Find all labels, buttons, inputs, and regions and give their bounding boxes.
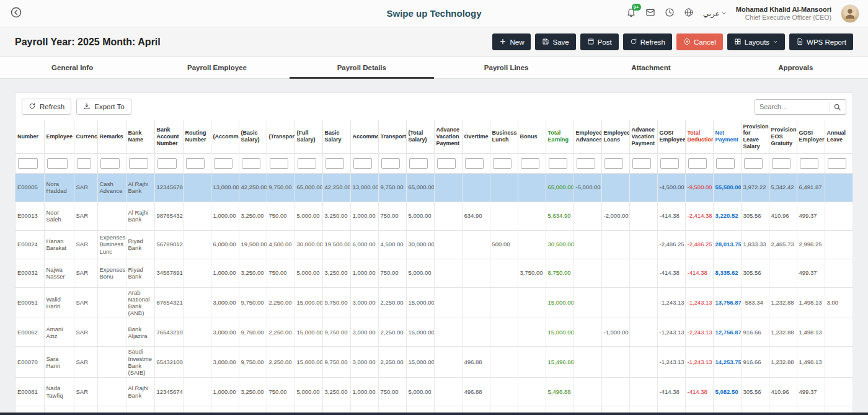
notifications-button[interactable]: 9+ xyxy=(626,7,636,20)
grid-refresh-button[interactable]: Refresh xyxy=(22,99,71,115)
column-filter-input[interactable] xyxy=(493,158,512,169)
tab-payroll-lines[interactable]: Payroll Lines xyxy=(434,57,578,78)
language-globe-button[interactable] xyxy=(684,7,694,20)
column-header[interactable]: Total Earning xyxy=(546,120,574,153)
table-row[interactable]: E00081Nada TawfiqSARAl Rajhi Bank1234567… xyxy=(16,378,852,406)
post-button-label: Post xyxy=(598,38,612,46)
wps-report-button[interactable]: WPS Report xyxy=(789,33,853,50)
column-header[interactable]: Overtime xyxy=(462,120,490,153)
column-filter-input[interactable] xyxy=(242,158,260,169)
column-filter-input[interactable] xyxy=(100,158,120,169)
user-info[interactable]: Mohamad Khalid Al-Mansoori Chief Executi… xyxy=(736,5,831,22)
column-filter-input[interactable] xyxy=(129,158,148,169)
column-header[interactable]: Employee Loans xyxy=(601,120,629,153)
column-filter-input[interactable] xyxy=(157,158,177,169)
column-header[interactable]: Annual Leave xyxy=(825,120,852,153)
table-cell: -414.38 xyxy=(685,259,713,287)
column-header[interactable]: (Total Salary) xyxy=(406,120,434,153)
tab-approvals[interactable]: Approvals xyxy=(724,57,868,78)
column-header[interactable]: Number xyxy=(16,120,44,153)
column-header[interactable]: GOSI Employer xyxy=(797,120,825,153)
post-button[interactable]: Post xyxy=(580,33,619,50)
column-header[interactable]: Business Lunch xyxy=(490,120,518,153)
column-header[interactable]: Bank Name xyxy=(126,120,154,153)
column-filter-input[interactable] xyxy=(632,158,651,169)
table-cell: Expenses Bonu xyxy=(97,259,126,287)
column-filter-input[interactable] xyxy=(77,158,91,169)
column-filter-input[interactable] xyxy=(270,158,288,169)
table-cell: E00024 xyxy=(16,230,44,259)
column-filter-input[interactable] xyxy=(549,158,567,169)
column-header[interactable]: (Basic Salary) xyxy=(239,120,267,153)
cancel-button[interactable]: Cancel xyxy=(676,33,723,50)
tab-payroll-details[interactable]: Payroll Details xyxy=(290,57,434,78)
table-cell xyxy=(574,318,601,347)
column-header[interactable]: Provision for Leave Salary xyxy=(741,120,769,153)
column-filter-input[interactable] xyxy=(800,158,818,169)
column-filter-input[interactable] xyxy=(577,158,595,169)
search-icon[interactable] xyxy=(833,103,841,111)
table-row[interactable]: E00062Amani AzizSARBank Aljazira76543210… xyxy=(16,318,852,347)
column-header[interactable]: (Accommod xyxy=(211,120,239,153)
column-header[interactable]: Total Deduction xyxy=(685,120,713,153)
refresh-button[interactable]: Refresh xyxy=(623,33,672,50)
column-header[interactable]: Employee xyxy=(44,120,74,153)
column-filter-input[interactable] xyxy=(660,158,679,169)
column-filter-input[interactable] xyxy=(381,158,400,169)
table-row[interactable]: E00070Sara HaririSARSaudi Investme Bank … xyxy=(16,347,852,378)
language-switcher[interactable]: عربي xyxy=(703,9,727,18)
column-filter-input[interactable] xyxy=(772,158,790,169)
column-header[interactable]: Transporta xyxy=(378,120,406,153)
column-header[interactable]: (Full Salary) xyxy=(294,120,322,153)
column-header[interactable]: (Transport xyxy=(267,120,294,153)
column-filter-input[interactable] xyxy=(18,158,38,169)
column-filter-input[interactable] xyxy=(465,158,484,169)
table-row[interactable]: E00051Walid HaririSARArab National Bank … xyxy=(16,287,852,318)
column-header[interactable]: Employee Advances xyxy=(574,120,601,153)
column-header[interactable]: Basic Salary xyxy=(322,120,350,153)
table-row[interactable]: E00005Nora HaddadSARCash AdvanceAl Rajhi… xyxy=(16,173,852,202)
column-header[interactable]: GOSI Employee xyxy=(657,120,685,153)
save-button[interactable]: Save xyxy=(535,33,575,50)
column-header[interactable]: Currency xyxy=(74,120,97,153)
column-header[interactable]: Provision EOS Gratuity xyxy=(769,120,797,153)
layouts-button[interactable]: Layouts xyxy=(727,33,785,50)
search-input[interactable] xyxy=(760,103,826,110)
column-filter-input[interactable] xyxy=(186,158,205,169)
avatar[interactable] xyxy=(841,4,859,23)
tab-attachment[interactable]: Attachment xyxy=(578,57,723,78)
column-header[interactable]: Advance Vacation Payment xyxy=(629,120,657,153)
column-filter-input[interactable] xyxy=(744,158,763,169)
column-header[interactable]: Routing Number xyxy=(183,120,211,153)
tab-payroll-employee[interactable]: Payroll Employee xyxy=(144,57,289,78)
table-cell: 30,000.00 xyxy=(294,230,322,259)
tab-general-info[interactable]: General Info xyxy=(0,57,144,78)
column-header[interactable]: Remarks xyxy=(97,120,126,153)
column-filter-input[interactable] xyxy=(437,158,456,169)
column-filter-input[interactable] xyxy=(716,158,735,169)
messages-button[interactable] xyxy=(645,7,655,20)
column-filter-input[interactable] xyxy=(214,158,232,169)
back-button[interactable] xyxy=(9,6,24,21)
column-filter-input[interactable] xyxy=(298,158,316,169)
table-row[interactable]: E00013Noor SalehSARAl Rajhi Bank98765432… xyxy=(16,202,852,230)
column-header[interactable]: Net Payment xyxy=(713,120,741,153)
history-button[interactable] xyxy=(665,7,675,20)
column-filter-input[interactable] xyxy=(688,158,707,169)
export-to-button[interactable]: Export To xyxy=(76,99,131,115)
column-filter-input[interactable] xyxy=(828,158,846,169)
new-button[interactable]: New xyxy=(492,33,531,50)
column-filter-input[interactable] xyxy=(409,158,428,169)
table-row[interactable]: E00032Najwa NasserSARExpenses BonuRiyad … xyxy=(16,259,852,287)
column-filter-input[interactable] xyxy=(47,158,68,169)
column-header[interactable]: Bonus xyxy=(518,120,546,153)
column-filter-input[interactable] xyxy=(326,158,344,169)
table-row[interactable]: E00024Hanan BarakatSARExpenses Business … xyxy=(16,230,852,259)
column-filter-input[interactable] xyxy=(353,158,372,169)
table-cell xyxy=(490,318,518,347)
column-header[interactable]: Accommod xyxy=(350,120,378,153)
column-header[interactable]: Advance Vacation Payment xyxy=(434,120,462,153)
column-filter-input[interactable] xyxy=(604,158,623,169)
column-header[interactable]: Bank Account Number xyxy=(154,120,183,153)
column-filter-input[interactable] xyxy=(521,158,539,169)
